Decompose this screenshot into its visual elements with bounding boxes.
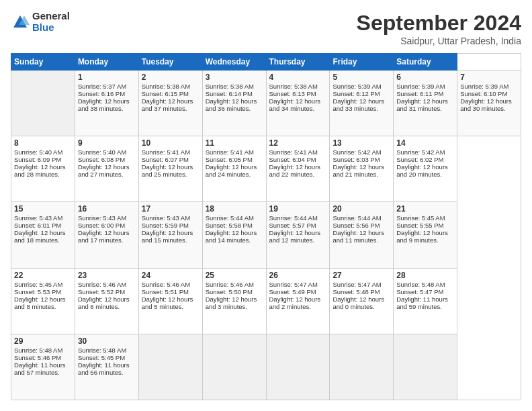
daylight: Daylight: 12 hours and 31 minutes.: [396, 97, 448, 112]
sunset: Sunset: 6:00 PM: [78, 222, 125, 229]
sunrise: Sunrise: 5:39 AM: [396, 83, 445, 90]
calendar-cell: 16Sunrise: 5:43 AMSunset: 6:00 PMDayligh…: [75, 202, 138, 268]
daylight: Daylight: 11 hours and 56 minutes.: [78, 361, 130, 376]
day-number: 22: [14, 271, 72, 280]
col-header-saturday: Saturday: [394, 54, 457, 71]
calendar-cell: 25Sunrise: 5:46 AMSunset: 5:50 PMDayligh…: [202, 268, 266, 334]
day-number: 20: [332, 204, 390, 214]
sunrise: Sunrise: 5:42 AM: [396, 148, 445, 156]
sunrise: Sunrise: 5:42 AM: [332, 148, 381, 156]
day-number: 24: [142, 271, 200, 280]
day-number: 3: [206, 73, 263, 82]
calendar-cell: 5Sunrise: 5:39 AMSunset: 6:12 PMDaylight…: [330, 71, 394, 136]
sunrise: Sunrise: 5:38 AM: [142, 83, 190, 90]
day-number: 15: [14, 204, 72, 214]
sunrise: Sunrise: 5:44 AM: [206, 214, 254, 222]
calendar-cell: 22Sunrise: 5:45 AMSunset: 5:53 PMDayligh…: [11, 268, 75, 334]
daylight: Daylight: 12 hours and 0 minutes.: [332, 295, 384, 310]
header-right: September 2024 Saidpur, Uttar Pradesh, I…: [357, 11, 521, 46]
calendar-cell: 14Sunrise: 5:42 AMSunset: 6:02 PMDayligh…: [394, 136, 457, 202]
day-number: 14: [396, 138, 454, 148]
daylight: Daylight: 11 hours and 57 minutes.: [14, 361, 66, 376]
day-number: 21: [396, 204, 454, 214]
day-number: 17: [142, 204, 200, 214]
daylight: Daylight: 12 hours and 15 minutes.: [142, 229, 193, 244]
day-number: 2: [142, 73, 200, 82]
day-number: 13: [332, 138, 390, 148]
day-number: 12: [269, 138, 327, 148]
sunset: Sunset: 6:02 PM: [396, 156, 443, 163]
calendar-cell: 28Sunrise: 5:48 AMSunset: 5:47 PMDayligh…: [394, 268, 457, 334]
calendar-cell: [202, 334, 266, 400]
daylight: Daylight: 12 hours and 17 minutes.: [78, 229, 130, 244]
sunrise: Sunrise: 5:45 AM: [396, 214, 445, 222]
logo-icon: [11, 13, 30, 32]
calendar-cell: 19Sunrise: 5:44 AMSunset: 5:57 PMDayligh…: [266, 202, 330, 268]
logo-general-label: General: [32, 11, 70, 22]
sunset: Sunset: 5:50 PM: [206, 288, 253, 295]
day-number: 11: [206, 138, 263, 148]
calendar-cell: 29Sunrise: 5:48 AMSunset: 5:46 PMDayligh…: [11, 334, 75, 400]
sunset: Sunset: 5:57 PM: [269, 222, 316, 229]
month-title: September 2024: [357, 11, 521, 36]
calendar-cell: 20Sunrise: 5:44 AMSunset: 5:56 PMDayligh…: [330, 202, 394, 268]
daylight: Daylight: 12 hours and 11 minutes.: [332, 229, 384, 244]
day-number: 8: [14, 138, 72, 148]
day-number: 7: [460, 73, 518, 82]
daylight: Daylight: 12 hours and 24 minutes.: [206, 163, 257, 178]
sunrise: Sunrise: 5:38 AM: [206, 83, 254, 90]
sunrise: Sunrise: 5:41 AM: [206, 148, 254, 156]
sunrise: Sunrise: 5:46 AM: [206, 281, 254, 288]
calendar-cell: 21Sunrise: 5:45 AMSunset: 5:55 PMDayligh…: [394, 202, 457, 268]
sunrise: Sunrise: 5:41 AM: [142, 148, 190, 156]
sunrise: Sunrise: 5:39 AM: [332, 83, 381, 90]
sunrise: Sunrise: 5:43 AM: [14, 214, 62, 222]
calendar-cell: [394, 334, 457, 400]
sunset: Sunset: 6:10 PM: [460, 90, 507, 97]
sunset: Sunset: 6:15 PM: [142, 90, 189, 97]
calendar-cell: 18Sunrise: 5:44 AMSunset: 5:58 PMDayligh…: [202, 202, 266, 268]
daylight: Daylight: 12 hours and 37 minutes.: [142, 97, 193, 112]
daylight: Daylight: 12 hours and 25 minutes.: [142, 163, 193, 178]
calendar-cell: 24Sunrise: 5:46 AMSunset: 5:51 PMDayligh…: [138, 268, 202, 334]
calendar-cell: 8Sunrise: 5:40 AMSunset: 6:09 PMDaylight…: [11, 136, 75, 202]
col-header-friday: Friday: [330, 54, 394, 71]
sunset: Sunset: 5:47 PM: [396, 288, 443, 295]
sunset: Sunset: 5:53 PM: [14, 288, 61, 295]
sunset: Sunset: 5:52 PM: [78, 288, 125, 295]
calendar-cell: 15Sunrise: 5:43 AMSunset: 6:01 PMDayligh…: [11, 202, 75, 268]
sunrise: Sunrise: 5:40 AM: [14, 148, 62, 156]
daylight: Daylight: 12 hours and 20 minutes.: [396, 163, 448, 178]
calendar-cell: 11Sunrise: 5:41 AMSunset: 6:05 PMDayligh…: [202, 136, 266, 202]
calendar-cell: 12Sunrise: 5:41 AMSunset: 6:04 PMDayligh…: [266, 136, 330, 202]
sunset: Sunset: 6:07 PM: [142, 156, 189, 163]
sunset: Sunset: 5:45 PM: [78, 354, 125, 361]
calendar-cell: 4Sunrise: 5:38 AMSunset: 6:13 PMDaylight…: [266, 71, 330, 136]
sunrise: Sunrise: 5:47 AM: [332, 281, 381, 288]
daylight: Daylight: 12 hours and 21 minutes.: [332, 163, 384, 178]
daylight: Daylight: 12 hours and 30 minutes.: [460, 97, 512, 112]
day-number: 1: [78, 73, 136, 82]
daylight: Daylight: 12 hours and 2 minutes.: [269, 295, 321, 310]
logo-blue-label: Blue: [32, 22, 70, 34]
calendar-cell: 17Sunrise: 5:43 AMSunset: 5:59 PMDayligh…: [138, 202, 202, 268]
sunrise: Sunrise: 5:46 AM: [78, 281, 126, 288]
calendar-cell: 27Sunrise: 5:47 AMSunset: 5:48 PMDayligh…: [330, 268, 394, 334]
col-header-sunday: Sunday: [11, 54, 75, 71]
col-header-thursday: Thursday: [266, 54, 330, 71]
sunset: Sunset: 6:03 PM: [332, 156, 380, 163]
daylight: Daylight: 12 hours and 5 minutes.: [142, 295, 193, 310]
sunrise: Sunrise: 5:46 AM: [142, 281, 190, 288]
day-number: 23: [78, 271, 136, 280]
calendar-cell: 3Sunrise: 5:38 AMSunset: 6:14 PMDaylight…: [202, 71, 266, 136]
daylight: Daylight: 12 hours and 38 minutes.: [78, 97, 130, 112]
daylight: Daylight: 12 hours and 12 minutes.: [269, 229, 321, 244]
sunset: Sunset: 5:59 PM: [142, 222, 189, 229]
daylight: Daylight: 12 hours and 8 minutes.: [14, 295, 66, 310]
sunrise: Sunrise: 5:40 AM: [78, 148, 126, 156]
sunset: Sunset: 5:46 PM: [14, 354, 61, 361]
daylight: Daylight: 12 hours and 33 minutes.: [332, 97, 384, 112]
day-number: 30: [78, 336, 136, 346]
sunrise: Sunrise: 5:39 AM: [460, 83, 508, 90]
day-number: 10: [142, 138, 200, 148]
